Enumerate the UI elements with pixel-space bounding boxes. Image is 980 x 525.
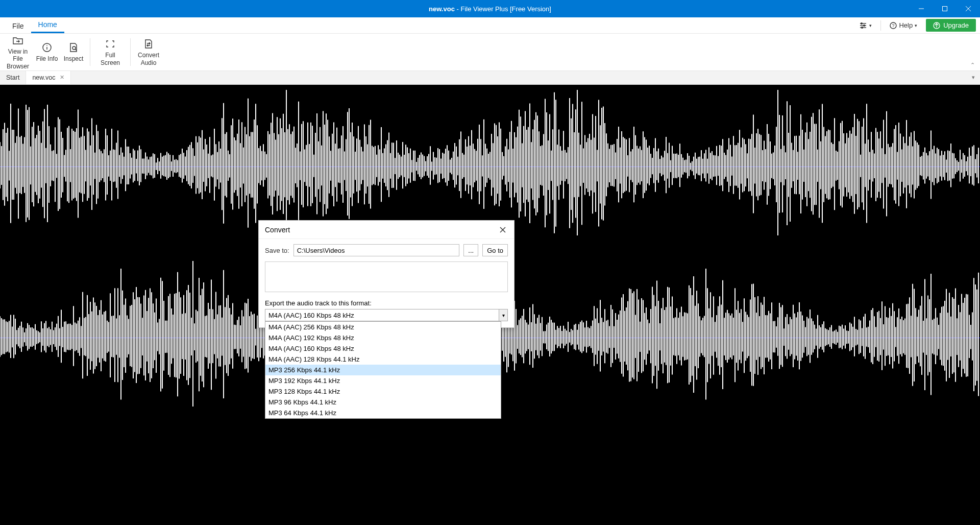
ribbon-convert-audio[interactable]: Convert Audio: [135, 37, 162, 67]
svg-point-9: [862, 27, 863, 28]
ribbon-separator: [130, 38, 131, 66]
format-option[interactable]: M4A (AAC) 256 Kbps 48 kHz: [265, 322, 501, 332]
info-icon: [42, 41, 52, 54]
ribbon-collapse-icon[interactable]: ⌃: [970, 62, 975, 68]
tabstrip: Start new.voc ✕ ▾: [0, 70, 980, 85]
ribbon-label: Full Screen: [95, 52, 125, 66]
ribbon-inspect[interactable]: Inspect: [61, 40, 86, 63]
audio-viewer: Convert Save to: ... Go to Export the au…: [0, 85, 980, 525]
ribbon-label: Inspect: [64, 55, 84, 62]
settings-button[interactable]: ▾: [854, 19, 876, 32]
format-select-value: M4A (AAC) 160 Kbps 48 kHz: [268, 312, 354, 319]
help-button[interactable]: ? Help ▾: [885, 19, 922, 32]
export-format-label: Export the audio track to this format:: [265, 299, 508, 307]
sliders-icon: [859, 22, 867, 29]
format-option[interactable]: M4A (AAC) 128 Kbps 44.1 kHz: [265, 354, 501, 365]
svg-point-8: [864, 25, 865, 26]
dialog-close-button[interactable]: [498, 225, 508, 235]
ribbon-view-in-file-browser[interactable]: View in File Browser: [3, 33, 33, 71]
tab-file[interactable]: new.voc ✕: [26, 71, 70, 84]
ribbon-label: View in File Browser: [4, 48, 32, 70]
convert-dialog: Convert Save to: ... Go to Export the au…: [258, 220, 514, 328]
convert-icon: [144, 38, 153, 50]
select-dropdown-button[interactable]: ▾: [499, 309, 508, 321]
menu-file[interactable]: File: [5, 19, 31, 33]
svg-text:?: ?: [892, 23, 895, 28]
dialog-titlebar: Convert: [259, 221, 514, 239]
save-to-input[interactable]: [293, 244, 460, 256]
minimize-button[interactable]: [910, 0, 933, 17]
ribbon-separator: [90, 38, 90, 66]
svg-rect-1: [943, 7, 947, 11]
dialog-title-label: Convert: [265, 226, 290, 234]
chevron-down-icon: ▾: [869, 23, 872, 28]
format-option[interactable]: M4A (AAC) 192 Kbps 48 kHz: [265, 332, 501, 343]
help-icon: ?: [890, 22, 897, 29]
ribbon-label: File Info: [36, 55, 58, 62]
format-select[interactable]: M4A (AAC) 160 Kbps 48 kHz: [265, 309, 508, 321]
tab-label: new.voc: [32, 74, 55, 81]
window-title: new.voc - File Viewer Plus [Free Version…: [429, 5, 551, 13]
close-icon: [500, 227, 506, 233]
format-option[interactable]: MP3 128 Kbps 44.1 kHz: [265, 386, 501, 397]
format-option[interactable]: MP3 96 Kbps 44.1 kHz: [265, 397, 501, 408]
ribbon-label: Convert Audio: [136, 52, 161, 66]
format-option[interactable]: MP3 256 Kbps 44.1 kHz: [265, 365, 501, 375]
chevron-down-icon: ▾: [915, 23, 917, 28]
upgrade-icon: [933, 22, 940, 29]
ribbon-full-screen[interactable]: Full Screen: [94, 37, 126, 67]
fullscreen-icon: [105, 38, 115, 50]
save-to-label: Save to:: [265, 247, 289, 254]
help-label: Help: [899, 21, 913, 29]
browse-button[interactable]: ...: [463, 244, 478, 256]
format-dropdown: M4A (AAC) 256 Kbps 48 kHzM4A (AAC) 192 K…: [265, 321, 501, 419]
ribbon: View in File Browser File Info Inspect F…: [0, 34, 980, 70]
document-search-icon: [69, 41, 78, 54]
maximize-button[interactable]: [933, 0, 957, 17]
menu-home[interactable]: Home: [31, 17, 64, 33]
upgrade-label: Upgrade: [943, 21, 969, 29]
tab-start[interactable]: Start: [0, 71, 26, 84]
go-to-button[interactable]: Go to: [482, 244, 508, 256]
close-button[interactable]: [957, 0, 980, 17]
titlebar: new.voc - File Viewer Plus [Free Version…: [0, 0, 980, 17]
upgrade-button[interactable]: Upgrade: [926, 19, 976, 32]
options-box: [265, 261, 508, 292]
tab-close-icon[interactable]: ✕: [60, 74, 64, 81]
svg-point-15: [46, 45, 47, 46]
menubar: File Home ▾ ? Help ▾ Upgrade: [0, 17, 980, 34]
format-option[interactable]: M4A (AAC) 160 Kbps 48 kHz: [265, 343, 501, 354]
folder-arrow-icon: [12, 34, 23, 46]
ribbon-file-info[interactable]: File Info: [34, 40, 60, 63]
format-option[interactable]: MP3 192 Kbps 44.1 kHz: [265, 375, 501, 386]
format-option[interactable]: MP3 64 Kbps 44.1 kHz: [265, 408, 501, 418]
tabstrip-dropdown-icon[interactable]: ▾: [972, 74, 975, 81]
window-controls: [910, 0, 980, 17]
svg-point-7: [861, 22, 863, 24]
